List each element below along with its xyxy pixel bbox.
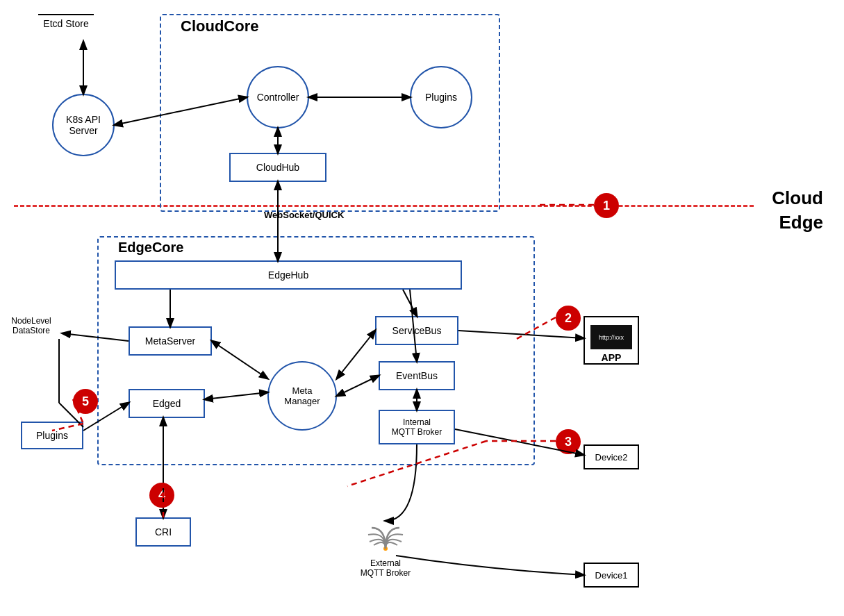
edgehub-label: EdgeHub — [268, 269, 308, 281]
edgehub-rect: EdgeHub — [115, 260, 462, 290]
app-label: APP — [602, 352, 622, 363]
device2-rect: Device2 — [584, 444, 639, 469]
plugins-cloud-circle: Plugins — [410, 66, 472, 128]
nodelevel-datastore: NodeLevelDataStore — [3, 316, 59, 351]
badge-3-label: 3 — [565, 435, 572, 449]
badge-3: 3 — [556, 429, 581, 454]
external-mqtt: ExternalMQTT Broker — [351, 521, 420, 578]
k8s-api-server-circle: K8s APIServer — [52, 94, 115, 156]
diagram-container: Cloud Edge Etcd Store CloudCore K8s APIS… — [0, 0, 844, 616]
device1-label: Device1 — [595, 570, 628, 581]
metaserver-label: MetaServer — [145, 335, 195, 347]
controller-circle: Controller — [247, 66, 309, 128]
badge-2: 2 — [556, 306, 581, 331]
websocket-label: WebSocket/QUICK — [264, 210, 344, 220]
external-mqtt-icon — [361, 521, 410, 556]
cri-label: CRI — [155, 526, 172, 538]
k8s-api-server-label: K8s APIServer — [66, 114, 101, 136]
etcd-store: Etcd Store — [38, 14, 94, 29]
controller-label: Controller — [257, 92, 299, 103]
plugins-edge-label: Plugins — [36, 430, 68, 441]
cri-rect: CRI — [135, 517, 191, 547]
badge-4-label: 4 — [158, 488, 165, 503]
internal-mqtt-rect: InternalMQTT Broker — [379, 410, 455, 444]
app-screen-text: http://xxx — [599, 334, 624, 341]
app-screen: http://xxx — [590, 325, 632, 349]
nodelevel-label: NodeLevelDataStore — [11, 316, 51, 335]
edged-label: Edged — [153, 398, 181, 409]
plugins-edge-rect: Plugins — [21, 422, 83, 449]
metamanager-circle: MetaManager — [267, 361, 337, 431]
etcd-store-label: Etcd Store — [38, 18, 94, 29]
eventbus-label: EventBus — [396, 370, 438, 381]
servicebus-label: ServiceBus — [392, 325, 442, 336]
badge-1: 1 — [594, 193, 619, 218]
edgecore-title: EdgeCore — [118, 240, 183, 256]
metamanager-label: MetaManager — [284, 385, 320, 406]
plugins-cloud-label: Plugins — [425, 92, 457, 103]
cloudhub-label: CloudHub — [256, 162, 299, 173]
device2-label: Device2 — [595, 452, 628, 463]
cloud-label: Cloud — [772, 188, 823, 209]
eventbus-rect: EventBus — [379, 361, 455, 390]
badge-5: 5 — [73, 389, 98, 414]
metaserver-rect: MetaServer — [129, 326, 212, 356]
internal-mqtt-label: InternalMQTT Broker — [392, 417, 442, 437]
etcd-line — [38, 14, 94, 15]
external-mqtt-label: ExternalMQTT Broker — [351, 558, 420, 578]
badge-1-label: 1 — [603, 199, 610, 213]
badge-4: 4 — [149, 483, 174, 508]
cloudhub-rect: CloudHub — [229, 153, 326, 182]
badge-5-label: 5 — [82, 394, 89, 409]
edged-rect: Edged — [129, 389, 205, 418]
badge-2-label: 2 — [565, 311, 572, 326]
app-box: http://xxx APP — [584, 316, 639, 365]
cloudcore-title: CloudCore — [181, 17, 258, 35]
servicebus-rect: ServiceBus — [375, 316, 458, 345]
edge-label: Edge — [779, 212, 823, 233]
device1-rect: Device1 — [584, 563, 639, 588]
